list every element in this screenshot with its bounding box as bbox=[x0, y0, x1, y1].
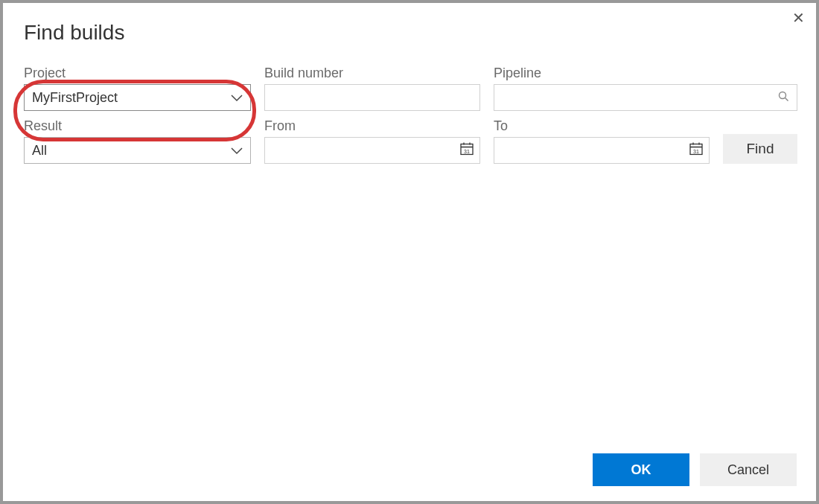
chevron-down-icon bbox=[231, 92, 243, 104]
pipeline-field: Pipeline bbox=[494, 66, 797, 111]
search-icon bbox=[778, 91, 789, 105]
dialog-title: Find builds bbox=[3, 3, 816, 51]
to-label: To bbox=[494, 118, 710, 134]
form-area: Project MyFirstProject Build number Pipe… bbox=[3, 51, 816, 164]
calendar-icon[interactable]: 31 bbox=[460, 142, 474, 159]
project-field: Project MyFirstProject bbox=[24, 66, 251, 111]
find-builds-dialog: ✕ Find builds Project MyFirstProject Bui… bbox=[3, 3, 816, 501]
calendar-icon[interactable]: 31 bbox=[689, 142, 703, 159]
build-number-input[interactable] bbox=[264, 84, 480, 111]
result-field: Result All bbox=[24, 118, 251, 164]
project-label: Project bbox=[24, 66, 251, 81]
svg-point-0 bbox=[780, 92, 786, 98]
project-value: MyFirstProject bbox=[32, 90, 118, 106]
to-field: To 31 bbox=[494, 118, 710, 164]
chevron-down-icon bbox=[231, 144, 243, 157]
pipeline-input[interactable] bbox=[494, 84, 797, 111]
close-button[interactable]: ✕ bbox=[791, 10, 806, 25]
from-input[interactable]: 31 bbox=[264, 137, 480, 164]
dialog-footer: OK Cancel bbox=[593, 453, 797, 486]
cancel-button[interactable]: Cancel bbox=[700, 453, 797, 486]
result-value: All bbox=[32, 143, 47, 159]
pipeline-label: Pipeline bbox=[494, 66, 797, 81]
result-select[interactable]: All bbox=[24, 137, 251, 164]
from-field: From 31 bbox=[264, 118, 480, 164]
find-button[interactable]: Find bbox=[723, 134, 797, 164]
build-number-label: Build number bbox=[264, 66, 480, 81]
to-input[interactable]: 31 bbox=[494, 137, 710, 164]
from-label: From bbox=[264, 118, 480, 134]
svg-line-1 bbox=[785, 98, 788, 101]
close-icon: ✕ bbox=[792, 10, 805, 26]
svg-text:31: 31 bbox=[693, 149, 699, 154]
svg-text:31: 31 bbox=[464, 149, 470, 154]
result-label: Result bbox=[24, 118, 251, 134]
ok-button[interactable]: OK bbox=[593, 453, 689, 486]
build-number-field: Build number bbox=[264, 66, 480, 111]
project-select[interactable]: MyFirstProject bbox=[24, 84, 251, 111]
